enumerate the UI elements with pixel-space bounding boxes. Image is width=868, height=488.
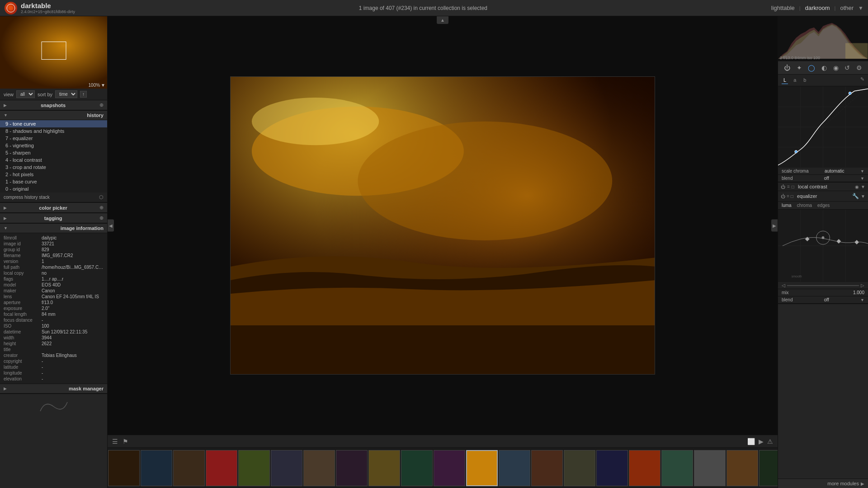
mix-slider-track[interactable] [787, 285, 859, 286]
lc-toggle-icon[interactable]: ◉ [855, 184, 859, 189]
settings-icon[interactable]: ⚙ [854, 63, 864, 72]
eq-tab-chroma[interactable]: chroma [797, 203, 812, 208]
filmstrip-thumbnail[interactable] [629, 450, 660, 486]
color-picker-icon[interactable]: ⊕ [99, 205, 104, 211]
curve-edit-button[interactable]: ✎ [860, 76, 864, 84]
curve-tab-a[interactable]: a [792, 76, 798, 84]
history-item[interactable]: 2 - hot pixels [0, 171, 107, 178]
filmstrip-thumbnail[interactable] [661, 450, 693, 486]
history-item[interactable]: 3 - crop and rotate [0, 164, 107, 171]
filmstrip-thumbnail[interactable] [271, 450, 302, 486]
eq-copy-icon[interactable]: □ [791, 194, 793, 199]
info-value: 1....r ap....r [42, 277, 63, 282]
compress-history-button[interactable]: compress history stack [4, 195, 50, 200]
snapshots-add-icon[interactable]: ⊕ [99, 102, 104, 108]
lens-icon[interactable]: ◉ [831, 63, 840, 72]
eq-power-icon[interactable]: ⏻ [781, 194, 785, 199]
color-picker-title: color picker [39, 205, 67, 211]
filmstrip-thumbnail[interactable] [596, 450, 628, 486]
refresh-icon[interactable]: ↺ [843, 63, 852, 72]
filmstrip-thumbnail[interactable] [368, 450, 400, 486]
nav-darkroom[interactable]: darkroom [805, 5, 830, 11]
flag-icon[interactable]: ⚑ [123, 438, 128, 445]
eq-blend-dropdown[interactable]: ▼ [860, 298, 864, 302]
eq-preset-icon[interactable]: = [787, 194, 789, 199]
history-item[interactable]: 8 - shadows and highlights [0, 127, 107, 135]
info-key: focal length [4, 312, 40, 317]
info-value: 1 [42, 259, 44, 264]
power-icon[interactable]: ⏻ [782, 63, 792, 72]
image-info-header[interactable]: ▼ image information [0, 224, 107, 233]
history-item[interactable]: 1 - base curve [0, 178, 107, 185]
lc-preset-icon[interactable]: □ [792, 184, 794, 189]
eq-tab-edges[interactable]: edges [817, 203, 830, 208]
history-item[interactable]: 9 - tone curve [0, 120, 107, 127]
filmstrip-thumbnail[interactable] [466, 450, 498, 486]
filmstrip-thumbnail[interactable] [434, 450, 465, 486]
filmstrip-thumbnail[interactable] [238, 450, 270, 486]
nav-lighttable[interactable]: lighttable [771, 5, 795, 11]
tone-icon[interactable]: ◯ [806, 63, 817, 72]
nav-dropdown-arrow[interactable]: ▼ [858, 5, 863, 11]
lc-power-icon[interactable]: ⏻ [781, 184, 785, 189]
info-row: width3944 [4, 335, 104, 341]
scale-chroma-dropdown[interactable]: ▼ [860, 169, 864, 174]
info-value: dailypic [42, 235, 57, 240]
filmstrip-thumbnail[interactable] [401, 450, 433, 486]
menu-icon[interactable]: ☰ [112, 438, 118, 445]
blend-dropdown[interactable]: ▼ [860, 176, 864, 181]
tagging-icon[interactable]: ⊕ [99, 215, 104, 221]
eq-tab-luma[interactable]: luma [782, 203, 792, 208]
mask-manager-header[interactable]: ▶ mask manager [0, 384, 107, 394]
history-item[interactable]: 7 - equalizer [0, 135, 107, 142]
view-select[interactable]: all [16, 90, 35, 98]
history-item[interactable]: 0 - original [0, 185, 107, 192]
snapshots-header[interactable]: ▶ snapshots ⊕ [0, 100, 107, 110]
history-header[interactable]: ▼ history [0, 111, 107, 120]
color-picker-header[interactable]: ▶ color picker ⊕ [0, 203, 107, 213]
lc-eq-icon[interactable]: = [787, 184, 790, 189]
filmstrip-thumbnail[interactable] [303, 450, 335, 486]
presets-icon[interactable]: ✦ [795, 63, 804, 72]
more-modules-button[interactable]: more modules [827, 481, 859, 486]
filmstrip-thumbnail[interactable] [173, 450, 205, 486]
play-icon[interactable]: ▶ [759, 438, 764, 445]
compress-history-icon[interactable]: ⬡ [99, 194, 104, 200]
filmstrip-thumbnail[interactable] [108, 450, 140, 486]
eq-blend-value: off [824, 297, 829, 302]
filmstrip-thumbnail[interactable] [726, 450, 758, 486]
eq-wrench-icon[interactable]: 🔧 [852, 193, 859, 199]
filmstrip-thumbnail[interactable] [694, 450, 726, 486]
filmstrip-thumbnail[interactable] [336, 450, 368, 486]
lc-arrow-icon[interactable]: ▼ [861, 184, 865, 189]
history-item[interactable]: 4 - local contrast [0, 156, 107, 164]
filmstrip-thumbnail[interactable] [141, 450, 172, 486]
filmstrip-thumbnail[interactable] [564, 450, 595, 486]
filmstrip-thumbnail[interactable] [499, 450, 530, 486]
collapse-left-button[interactable]: ◀ [108, 220, 114, 232]
nav-other[interactable]: other [840, 5, 854, 11]
history-item[interactable]: 6 - vignetting [0, 142, 107, 149]
collapse-right-button[interactable]: ▶ [771, 220, 778, 232]
main-content: 100% ▼ view all sort by time ↑ ▶ snapsho… [0, 16, 868, 488]
info-key: datetime [4, 329, 40, 334]
curve-tab-L[interactable]: L [782, 76, 788, 84]
tagging-header[interactable]: ▶ tagging ⊕ [0, 213, 107, 223]
sort-select[interactable]: time [55, 90, 77, 98]
info-key: elevation [4, 376, 40, 381]
grid-view-icon[interactable]: ⬜ [747, 438, 755, 445]
collapse-top-button[interactable]: ▲ [437, 16, 448, 24]
blend-label: blend [782, 176, 793, 181]
eq-blend-row: blend off ▼ [778, 296, 868, 304]
filmstrip-thumbnail[interactable] [759, 450, 778, 486]
color-icon[interactable]: ◐ [820, 63, 829, 72]
more-modules-arrow-icon[interactable]: ▶ [861, 481, 864, 486]
history-item[interactable]: 5 - sharpen [0, 149, 107, 156]
filmstrip-thumbnail[interactable] [206, 450, 237, 486]
eq-down-arrow[interactable]: ▼ [861, 194, 865, 199]
filmstrip-thumbnail[interactable] [531, 450, 563, 486]
warning-icon[interactable]: ⚠ [767, 438, 773, 445]
svg-point-18 [795, 150, 797, 153]
sort-direction-button[interactable]: ↑ [80, 91, 87, 98]
curve-tab-b[interactable]: b [802, 76, 808, 84]
